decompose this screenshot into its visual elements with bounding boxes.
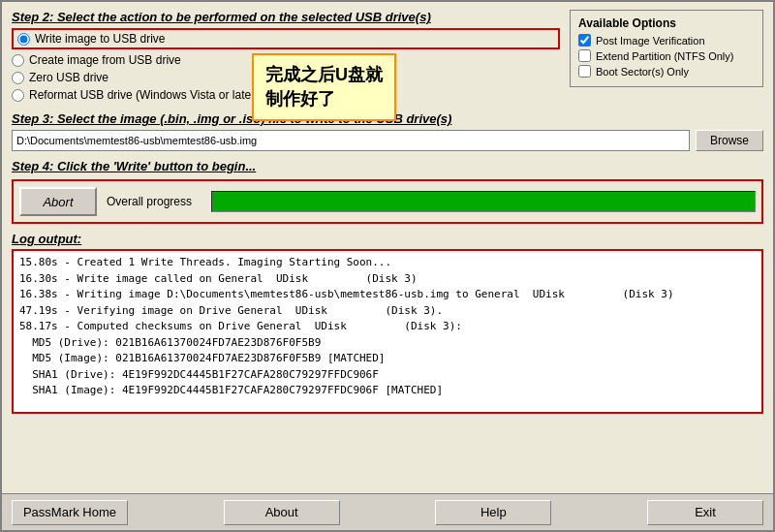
radio-write-image[interactable] (17, 33, 30, 46)
chk-post-image[interactable] (578, 34, 591, 47)
progress-label: Overall progress (107, 195, 203, 208)
log-line: MD5 (Image): 021B16A61370024FD7AE23D876F… (19, 351, 756, 367)
action-row: Abort Overall progress (12, 179, 763, 224)
about-button[interactable]: About (224, 500, 340, 525)
radio-zero-usb[interactable] (12, 72, 24, 84)
chk-boot-sector-label: Boot Sector(s) Only (596, 66, 689, 78)
log-line: 16.30s - Write image called on General U… (19, 271, 756, 288)
radio-reformat-usb-label: Reformat USB drive (Windows Vista or lat… (29, 88, 259, 102)
radio-write-image-label: Write image to USB drive (35, 32, 166, 46)
tooltip-line2: 制作好了 (265, 87, 383, 111)
radio-reformat-usb[interactable] (12, 89, 24, 102)
chk-extend-partition[interactable] (578, 49, 591, 62)
file-input-row: Browse (12, 130, 763, 151)
main-window: Step 2: Select the action to be performe… (0, 0, 775, 532)
log-section: Log output: 15.80s - Created 1 Write Thr… (12, 232, 763, 485)
option-post-image[interactable]: Post Image Verification (578, 34, 755, 47)
step4-section: Step 4: Click the 'Write' button to begi… (12, 159, 763, 224)
available-options-box: Available Options Post Image Verificatio… (570, 10, 763, 87)
log-line: MD5 (Drive): 021B16A61370024FD7AE23D876F… (19, 335, 756, 352)
bottom-bar: PassMark Home About Help Exit (2, 493, 773, 530)
abort-button[interactable]: Abort (19, 187, 97, 216)
log-line: SHA1 (Drive): 4E19F992DC4445B1F27CAFA280… (19, 367, 756, 384)
chk-extend-partition-label: Extend Partition (NTFS Only) (596, 50, 733, 62)
option-boot-sector[interactable]: Boot Sector(s) Only (578, 65, 755, 78)
radio-create-image-label: Create image from USB drive (29, 53, 181, 67)
log-line: 16.38s - Writing image D:\Documents\memt… (19, 287, 756, 303)
option-extend-partition[interactable]: Extend Partition (NTFS Only) (578, 49, 755, 62)
chk-boot-sector[interactable] (578, 65, 591, 78)
option-write-image[interactable]: Write image to USB drive (12, 28, 560, 49)
log-box[interactable]: 15.80s - Created 1 Write Threads. Imagin… (12, 249, 763, 414)
step2-right: Available Options Post Image Verificatio… (570, 10, 763, 104)
browse-button[interactable]: Browse (696, 130, 763, 151)
tooltip-line1: 完成之后U盘就 (265, 63, 383, 87)
passmark-home-button[interactable]: PassMark Home (12, 500, 128, 525)
available-options-title: Available Options (578, 16, 755, 30)
log-line: 58.17s - Computed checksums on Drive Gen… (19, 319, 756, 335)
log-content: 15.80s - Created 1 Write Threads. Imagin… (19, 255, 756, 399)
chk-post-image-label: Post Image Verification (596, 35, 705, 47)
exit-button[interactable]: Exit (647, 500, 763, 525)
radio-zero-usb-label: Zero USB drive (29, 71, 108, 84)
tooltip-popup: 完成之后U盘就 制作好了 (252, 53, 396, 121)
log-line: SHA1 (Image): 4E19F992DC4445B1F27CAFA280… (19, 383, 756, 399)
content-area: Step 2: Select the action to be performe… (2, 2, 773, 493)
progress-bar-outer (211, 191, 756, 212)
log-line: 47.19s - Verifying image on Drive Genera… (19, 303, 756, 320)
log-title: Log output: (12, 232, 763, 246)
progress-bar-inner (212, 192, 755, 211)
log-line: 15.80s - Created 1 Write Threads. Imagin… (19, 255, 756, 271)
progress-container: Overall progress (107, 191, 756, 212)
step2-header: Step 2: Select the action to be performe… (12, 10, 560, 24)
radio-create-image[interactable] (12, 54, 24, 67)
step4-header: Step 4: Click the 'Write' button to begi… (12, 159, 763, 173)
help-button[interactable]: Help (435, 500, 551, 525)
file-path-input[interactable] (12, 130, 690, 151)
